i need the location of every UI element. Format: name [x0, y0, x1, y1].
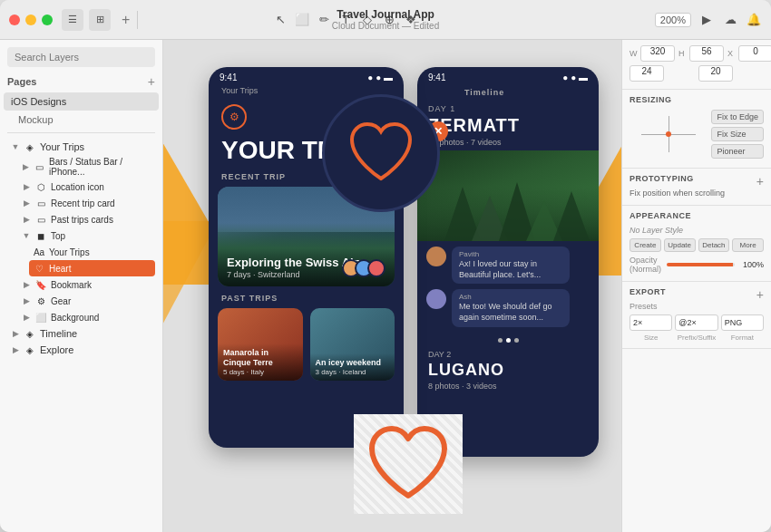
- export-size2[interactable]: @2×: [675, 314, 717, 331]
- export-format[interactable]: PNG: [721, 314, 764, 331]
- width-input[interactable]: 320: [640, 45, 675, 62]
- chat-sender-2: Ash: [459, 293, 562, 301]
- text-icon: Aa: [33, 246, 45, 258]
- layer-explore[interactable]: ▶ ◈ Explore: [7, 342, 155, 358]
- layer-top[interactable]: ▼ ◼ Top: [18, 227, 155, 244]
- prototyping-section: PROTOTYPING + Fix position when scrollin…: [622, 169, 771, 206]
- layer-your-trips-text[interactable]: Aa Your Trips: [29, 244, 155, 260]
- resize-center-dot: [666, 131, 671, 137]
- dot-1: [498, 338, 503, 343]
- width-field: W 320: [629, 45, 675, 62]
- chat-message-2: Ash Me too! We should def go again somet…: [426, 289, 590, 326]
- layer-past-trips[interactable]: ▶ ▭ Past trips cards: [18, 211, 155, 227]
- layer-style-value: No Layer Style: [629, 226, 683, 235]
- component-icon: ◈: [24, 140, 36, 153]
- add-icon[interactable]: +: [122, 12, 130, 28]
- layer-bars[interactable]: ▶ ▭ Bars / Status Bar / iPhone...: [18, 155, 155, 179]
- create-btn[interactable]: Create: [629, 238, 661, 252]
- day1-label: DAY 1: [417, 102, 599, 115]
- prototyping-add[interactable]: +: [756, 174, 764, 189]
- maximize-button[interactable]: [42, 15, 53, 25]
- timeline-header: Timeline: [454, 86, 588, 101]
- grid-icon[interactable]: ⊞: [89, 9, 111, 31]
- settings-circle[interactable]: ⚙: [221, 104, 247, 130]
- more-btn[interactable]: More: [732, 238, 764, 252]
- fix-position-text: Fix position when scrolling: [629, 189, 725, 198]
- timeline-image: [417, 150, 599, 241]
- layers-icon[interactable]: ☰: [62, 9, 83, 31]
- bell-icon[interactable]: 🔔: [746, 12, 762, 28]
- trip-card-avatars: [347, 259, 386, 277]
- layer-timeline[interactable]: ▶ ◈ Timeline: [7, 325, 155, 342]
- search-input[interactable]: [7, 47, 155, 67]
- day2-city: LUGANO: [417, 361, 599, 382]
- height-input[interactable]: 56: [689, 45, 724, 62]
- detach-btn[interactable]: Detach: [698, 238, 730, 252]
- resize-cross[interactable]: [641, 116, 696, 152]
- w2-field: 24: [629, 65, 695, 82]
- height-label: H: [678, 49, 688, 58]
- chat-bubble-2: Ash Me too! We should def go again somet…: [452, 289, 570, 326]
- minimize-button[interactable]: [25, 15, 36, 25]
- export-presets-label: Presets: [629, 302, 764, 311]
- layer-background[interactable]: ▶ ⬜ Background: [18, 309, 155, 325]
- day2-meta: 8 photos · 3 videos: [417, 382, 599, 394]
- action-buttons: Create Update Detach More: [629, 238, 764, 252]
- prototyping-header: PROTOTYPING +: [629, 174, 764, 189]
- width-label: W: [629, 49, 639, 58]
- pages-label: Pages: [7, 76, 36, 87]
- w2-input[interactable]: 24: [629, 65, 664, 82]
- large-heart-container: [354, 414, 463, 514]
- fix-to-edge-btn[interactable]: Fix to Edge: [711, 110, 764, 124]
- past-trip-info-2: 3 days · Iceland: [316, 368, 390, 376]
- export-add[interactable]: +: [756, 287, 764, 302]
- cursor-tool[interactable]: ↖: [272, 12, 288, 28]
- close-button[interactable]: [9, 15, 20, 25]
- layer-location-icon[interactable]: ▶ ⬡ Location icon: [18, 179, 155, 195]
- chat-text-1: Ax! I loved our stay in Beautiful place.…: [459, 259, 562, 280]
- layer-recent-trip[interactable]: ▶ ▭ Recent trip card: [18, 195, 155, 211]
- opacity-label: Opacity (Normal): [629, 256, 663, 274]
- pages-add-icon[interactable]: +: [148, 74, 155, 89]
- layer-gear[interactable]: ▶ ⚙ Gear: [18, 293, 155, 309]
- canvas-area: 9:41 ● ● ▬ Your Trips ⚙ YOUR TRIPS RECEN…: [163, 40, 621, 532]
- page-mockup[interactable]: Mockup: [0, 111, 162, 129]
- x-label: X: [727, 49, 737, 58]
- pioneer-btn[interactable]: Pioneer: [711, 144, 764, 159]
- cards-icon: ▭: [34, 213, 47, 226]
- top-icon: ◼: [34, 229, 47, 242]
- timeline-icon: ◈: [24, 327, 36, 340]
- phone-status-bar: 9:41 ● ● ▬: [209, 67, 404, 84]
- layer-bookmark[interactable]: ▶ 🔖 Bookmark: [18, 276, 155, 293]
- cloud-icon[interactable]: ☁: [722, 12, 738, 28]
- expand-icon-exp: ▶: [11, 345, 20, 354]
- layer-heart[interactable]: ♡ Heart: [29, 260, 155, 276]
- frame-tool[interactable]: ⬜: [294, 12, 310, 28]
- fix-size-btn[interactable]: Fix Size: [711, 127, 764, 141]
- resize-buttons: Fix to Edge Fix Size Pioneer: [711, 110, 764, 159]
- h2-input[interactable]: 20: [698, 65, 733, 82]
- x-input[interactable]: 0: [738, 45, 771, 62]
- resize-controls: Fix to Edge Fix Size Pioneer: [629, 110, 764, 159]
- past-trip-info-1: 5 days · Italy: [223, 368, 298, 376]
- chat-sender-1: Pavith: [459, 250, 562, 258]
- export-size[interactable]: 2×: [629, 314, 672, 331]
- page-ios-designs[interactable]: iOS Designs: [4, 92, 159, 111]
- zoom-level[interactable]: 200%: [655, 13, 691, 27]
- main-window: ☰ ⊞ + Travel Journal App Cloud Document …: [0, 0, 771, 532]
- heart-outline-svg: [345, 120, 417, 188]
- past-trip-card-1[interactable]: Manarola in Cinque Terre 5 days · Italy: [218, 308, 303, 381]
- document-subtitle: Cloud Document — Edited: [332, 21, 439, 31]
- expand-icon-loc: ▶: [22, 182, 31, 191]
- play-icon[interactable]: ▶: [698, 12, 715, 28]
- phone-right-icons: ● ● ▬: [562, 73, 588, 82]
- past-trip-card-2[interactable]: An icey weekend 3 days · Iceland: [310, 308, 395, 381]
- layer-your-trips[interactable]: ▼ ◈ Your Trips: [7, 139, 155, 155]
- layer-group-bars: ▶ ▭ Bars / Status Bar / iPhone... ▶ ⬡ Lo…: [7, 155, 155, 325]
- pen-tool[interactable]: ✏: [316, 12, 332, 28]
- update-btn[interactable]: Update: [664, 238, 696, 252]
- dot-3: [514, 338, 519, 343]
- heart-circle-overlay[interactable]: [322, 94, 440, 212]
- opacity-bar[interactable]: [667, 263, 735, 266]
- document-title: Travel Journal App: [337, 8, 434, 21]
